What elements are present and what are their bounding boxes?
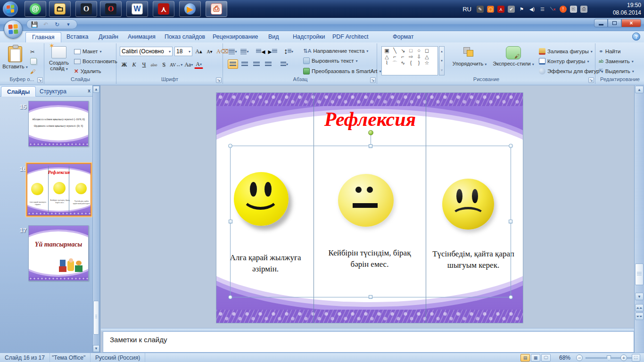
orange-app-tray-icon[interactable]: ▢	[487, 6, 494, 13]
tab-review[interactable]: Рецензирование	[206, 32, 264, 42]
tab-insert[interactable]: Вставка	[60, 32, 94, 42]
language-indicator[interactable]: RU	[462, 6, 471, 13]
taskbar-media-player[interactable]: ▶	[179, 1, 201, 17]
thumbnail-slide-15[interactable]: Абсцисса осімен қиылысу нүктесі (-10/9; …	[28, 101, 89, 147]
slide-title[interactable]: Рефлексия	[216, 108, 523, 131]
align-right-button[interactable]	[251, 59, 262, 69]
text-shadow-button[interactable]: S	[159, 60, 168, 69]
flag-tray-icon[interactable]: ⚑	[518, 6, 525, 13]
scroll-thumb[interactable]	[635, 263, 644, 285]
handle-top-center[interactable]	[369, 144, 372, 148]
status-language[interactable]: Русский (Россия)	[91, 353, 145, 362]
handle-top-left[interactable]	[228, 144, 232, 148]
copy-button[interactable]	[30, 57, 37, 66]
arrange-button[interactable]: Упорядочить ▾	[449, 46, 490, 67]
align-left-button[interactable]	[228, 59, 238, 69]
status-slide-info[interactable]: Слайд 16 из 17	[0, 353, 50, 362]
pane-close-icon[interactable]: x	[86, 88, 92, 94]
scroll-up-icon[interactable]: ▲	[635, 86, 644, 93]
pane-scroll-up-icon[interactable]: ▲	[93, 86, 99, 93]
decrease-indent-button[interactable]: ◂	[256, 47, 266, 56]
tab-animation[interactable]: Анимация	[122, 32, 162, 42]
zoom-slider[interactable]	[586, 357, 637, 359]
slide-canvas[interactable]: Рефлексия Алға қарай жылжуға әзірмін. Ке…	[216, 92, 523, 323]
view-normal-button[interactable]: ▤	[520, 354, 530, 362]
zoom-slider-marker[interactable]	[607, 355, 611, 361]
pane-tab-outline[interactable]: Структура	[34, 86, 72, 97]
pane-scrollbar[interactable]: ▲ ▼	[92, 85, 100, 353]
convert-smartart-button[interactable]: Преобразовать в SmartArt ▾	[303, 66, 381, 76]
character-spacing-button[interactable]: AV↔▾	[169, 60, 183, 69]
taskbar-powerpoint[interactable]: ⎙	[206, 1, 227, 17]
shapes-gallery-scroll[interactable]: ▴▾▿	[439, 46, 445, 75]
pdf-tray-icon[interactable]: ⋏	[497, 6, 504, 13]
bullets-button[interactable]: ▾	[228, 47, 238, 56]
tab-home[interactable]: Главная	[25, 32, 61, 42]
pane-scroll-thumb[interactable]	[93, 301, 99, 335]
taskbar-clock[interactable]: 19:50 08.06.2014	[613, 1, 641, 16]
paragraph-dialog-launcher[interactable]: ↘	[370, 77, 376, 83]
undo-button[interactable]: ↶	[42, 21, 50, 28]
tablet-tray-icon[interactable]: ✎	[477, 6, 484, 13]
network-tray-icon[interactable]: ⟍x	[549, 6, 556, 13]
delete-slide-button[interactable]: ✕Удалить	[74, 66, 101, 76]
quick-styles-button[interactable]: 🖌 Экспресс-стили ▾	[491, 46, 536, 67]
minimize-button[interactable]	[594, 19, 608, 27]
thumbnail-slide-16[interactable]: Рефлексия Алға қарай жылжуға әзірмін. Ке…	[26, 163, 91, 216]
usb-tray-icon[interactable]: ✔	[508, 6, 515, 13]
drawing-dialog-launcher[interactable]: ↘	[588, 77, 594, 83]
save-button[interactable]: 💾	[31, 21, 38, 28]
font-family-combobox[interactable]: Calibri (Основно▾	[120, 47, 173, 56]
previous-slide-button[interactable]: ⏶⏶	[635, 304, 644, 312]
taskbar-mailru-agent[interactable]: @	[25, 1, 46, 17]
volume-tray-icon[interactable]: ◀)	[528, 6, 536, 13]
qat-customize-dropdown[interactable]: ▼	[65, 21, 72, 28]
handle-bottom-right[interactable]	[509, 295, 513, 299]
pane-tab-slides[interactable]: Слайды	[1, 86, 36, 97]
handle-middle-left[interactable]	[229, 220, 232, 223]
printer-tray-icon[interactable]: ⎙	[580, 6, 587, 13]
font-color-button[interactable]: А▾	[194, 61, 203, 69]
alert-tray-icon[interactable]: !	[560, 6, 567, 13]
notes-pane[interactable]: Заметки к слайду	[103, 331, 634, 353]
font-size-combobox[interactable]: 18▾	[174, 47, 192, 56]
shapes-gallery[interactable]: ▣╲↘□○◻ △⌐⌐⇨⇩△ ⌇⌒∿{}☆	[381, 46, 438, 75]
align-center-button[interactable]	[239, 59, 250, 69]
italic-button[interactable]: К	[130, 60, 139, 69]
zoom-out-button[interactable]: −	[576, 354, 583, 361]
view-slideshow-button[interactable]: 🖵	[541, 354, 551, 362]
handle-bottom-left[interactable]	[228, 295, 232, 299]
rotation-handle[interactable]	[368, 130, 373, 135]
layers-tray-icon[interactable]: ☰	[539, 6, 546, 13]
justify-button[interactable]	[263, 59, 273, 69]
replace-button[interactable]: abЗаменить ▾	[599, 57, 634, 66]
align-text-button[interactable]: Выровнять текст ▾	[303, 56, 358, 66]
line-spacing-button[interactable]: ↕▾	[283, 47, 294, 56]
handle-bottom-center[interactable]	[369, 295, 372, 299]
zoom-in-button[interactable]: +	[620, 354, 627, 361]
shrink-font-button[interactable]: A▾	[205, 47, 214, 56]
close-button[interactable]: ×	[621, 19, 641, 27]
restore-button[interactable]	[608, 19, 621, 27]
office-button[interactable]	[4, 20, 23, 39]
clipboard-dialog-launcher[interactable]: ↘	[37, 77, 43, 83]
new-slide-button[interactable]: Создать слайд ▾	[46, 46, 72, 72]
status-theme[interactable]: "Тема Office"	[47, 353, 91, 362]
status-zoom-level[interactable]: 68%	[554, 353, 575, 362]
cut-button[interactable]: ✂	[30, 47, 35, 57]
taskbar-word[interactable]: W	[126, 1, 148, 17]
paste-button[interactable]: Вставить ▾	[2, 46, 28, 70]
handle-top-right[interactable]	[509, 144, 513, 148]
tab-format[interactable]: Формат	[387, 32, 420, 42]
layout-button[interactable]: Макет ▾	[74, 47, 102, 56]
taskbar-opera-mini[interactable]: O	[75, 1, 97, 17]
format-painter-button[interactable]: 🖌	[30, 67, 36, 76]
main-scrollbar[interactable]: ▲ ▼ ⏶⏶ ⏷⏷	[634, 85, 644, 353]
columns-button[interactable]: ▾	[279, 59, 289, 69]
font-dialog-launcher[interactable]: ↘	[216, 77, 222, 83]
start-button[interactable]	[3, 1, 18, 16]
taskbar-explorer[interactable]: 🗀	[49, 1, 71, 17]
shape-effects-button[interactable]: Эффекты для фигур ▾	[539, 66, 603, 76]
tab-slideshow[interactable]: Показ слайдов	[158, 32, 211, 42]
find-button[interactable]: ⚭Найти	[599, 47, 620, 56]
